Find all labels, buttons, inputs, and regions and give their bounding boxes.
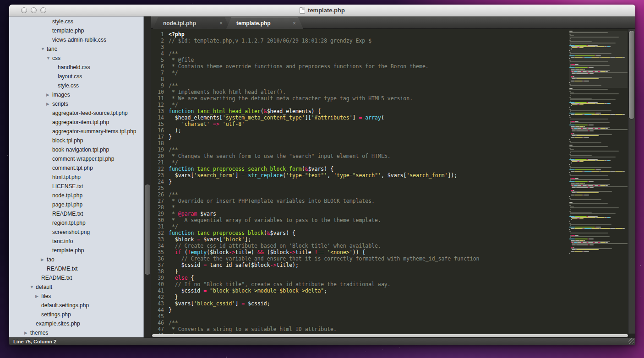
sidebar-file-template.php[interactable]: template.php — [9, 246, 143, 255]
sidebar-folder-files[interactable]: ▶files — [9, 292, 143, 301]
line-text: // Create the variable and ensure that i… — [166, 255, 480, 262]
disclosure-closed-icon[interactable]: ▶ — [46, 92, 52, 97]
sidebar-scrollbar-track[interactable] — [143, 16, 151, 337]
window-titlebar[interactable]: template.php — [9, 5, 635, 16]
code-line-29: 29 * @param $vars — [151, 211, 635, 217]
tree-item-label: style.css — [58, 82, 79, 89]
line-number: 41 — [151, 287, 166, 294]
code-line-22: 22function tanc_preprocess_search_block_… — [151, 166, 635, 172]
code-line-15: 15 'charset' => 'utf-8' — [151, 121, 635, 127]
line-number: 46 — [151, 320, 166, 326]
line-text: // If no "Block title", create css id at… — [166, 281, 391, 287]
code-line-31: 31 */ — [151, 223, 635, 230]
code-line-9: 9/** — [151, 82, 635, 89]
document-icon — [300, 7, 305, 14]
sidebar-file-layout.css[interactable]: layout.css — [9, 72, 143, 81]
sidebar-file-README.txt[interactable]: README.txt — [9, 273, 143, 282]
close-window-button[interactable] — [21, 7, 27, 13]
editor-vscrollbar-thumb[interactable] — [629, 31, 634, 119]
file-tree-sidebar[interactable]: style.csstemplate.phpviews-admin-rubik.c… — [9, 16, 143, 337]
sidebar-file-example.sites.php[interactable]: example.sites.php — [9, 319, 143, 328]
disclosure-open-icon[interactable]: ▼ — [46, 56, 52, 60]
minimap[interactable] — [569, 31, 628, 334]
sidebar-folder-scripts[interactable]: ▶scripts — [9, 99, 143, 108]
tree-item-label: book-navigation.tpl.php — [52, 146, 109, 153]
editor-hscrollbar-thumb[interactable] — [152, 334, 628, 337]
code-editor[interactable]: 1<?php2// $Id: template.php,v 1.1.2.7 20… — [151, 29, 635, 334]
line-text: ); — [166, 127, 181, 134]
sidebar-file-region.tpl.php[interactable]: region.tpl.php — [9, 218, 143, 228]
line-number: 26 — [151, 191, 166, 198]
minimap-line — [569, 171, 628, 172]
sidebar-folder-tanc[interactable]: ▼tanc — [9, 44, 143, 54]
resize-grip[interactable] — [628, 338, 634, 344]
tree-item-label: comment.tpl.php — [52, 165, 93, 171]
sidebar-file-page.tpl.php[interactable]: page.tpl.php — [9, 200, 143, 209]
tab-node.tpl.php[interactable]: node.tpl.php× — [153, 17, 230, 29]
sidebar-file-default.settings.php[interactable]: default.settings.php — [9, 301, 143, 310]
sidebar-file-views-admin-rubik.css[interactable]: views-admin-rubik.css — [9, 35, 143, 44]
disclosure-closed-icon[interactable]: ▶ — [35, 294, 41, 298]
disclosure-closed-icon[interactable]: ▶ — [24, 331, 30, 335]
code-line-3: 3 — [151, 44, 635, 50]
disclosure-closed-icon[interactable]: ▶ — [41, 257, 47, 262]
line-text: 'charset' => 'utf-8' — [166, 121, 245, 127]
tab-close-icon[interactable]: × — [219, 21, 223, 26]
sidebar-file-style.css[interactable]: style.css — [9, 17, 143, 26]
line-number: 28 — [151, 204, 166, 211]
line-number: 13 — [151, 108, 166, 114]
code-line-46: 46/** — [151, 320, 635, 326]
sidebar-folder-images[interactable]: ▶images — [9, 90, 143, 99]
code-line-25: 25 — [151, 185, 635, 191]
sidebar-file-comment-wrapper.tpl.php[interactable]: comment-wrapper.tpl.php — [9, 154, 143, 163]
zoom-window-button[interactable] — [40, 7, 46, 13]
line-number: 17 — [151, 134, 166, 140]
line-text: * Changes the search form to use the "se… — [166, 153, 391, 159]
code-line-35: 35 if (!empty($block->title) && ($block-… — [151, 249, 635, 255]
sidebar-file-html.tpl.php[interactable]: html.tpl.php — [9, 173, 143, 182]
sidebar-file-template.php[interactable]: template.php — [9, 26, 143, 35]
sidebar-scrollbar-thumb[interactable] — [145, 184, 150, 275]
sidebar-file-LICENSE.txt[interactable]: LICENSE.txt — [9, 182, 143, 191]
line-text: } — [166, 307, 172, 313]
disclosure-open-icon[interactable]: ▼ — [30, 285, 36, 289]
tree-item-label: template.php — [52, 247, 84, 254]
sidebar-file-README.txt[interactable]: README.txt — [9, 209, 143, 218]
sidebar-file-block.tpl.php[interactable]: block.tpl.php — [9, 136, 143, 145]
sidebar-folder-css[interactable]: ▼css — [9, 54, 143, 63]
editor-vscrollbar-track[interactable] — [628, 29, 635, 334]
disclosure-open-icon[interactable]: ▼ — [41, 47, 47, 51]
tree-item-label: tanc — [47, 46, 57, 52]
sidebar-file-node.tpl.php[interactable]: node.tpl.php — [9, 191, 143, 200]
sidebar-file-aggregator-item.tpl.php[interactable]: aggregator-item.tpl.php — [9, 118, 143, 127]
sidebar-file-settings.php[interactable]: settings.php — [9, 310, 143, 319]
sidebar-file-tanc.info[interactable]: tanc.info — [9, 237, 143, 246]
editor-hscrollbar-track[interactable] — [151, 334, 635, 337]
line-number: 15 — [151, 121, 166, 127]
sidebar-file-comment.tpl.php[interactable]: comment.tpl.php — [9, 163, 143, 173]
disclosure-closed-icon[interactable]: ▶ — [46, 102, 52, 106]
sidebar-folder-themes[interactable]: ▶themes — [9, 328, 143, 337]
tree-item-label: settings.php — [41, 311, 71, 318]
sidebar-folder-tao[interactable]: ▶tao — [9, 255, 143, 264]
line-text: * We are overwriting the default meta ch… — [166, 95, 413, 102]
sidebar-file-style.css[interactable]: style.css — [9, 81, 143, 90]
line-text: * — [166, 204, 175, 211]
line-text: function tanc_preprocess_block(&$vars) { — [166, 230, 295, 236]
sidebar-file-book-navigation.tpl.php[interactable]: book-navigation.tpl.php — [9, 145, 143, 154]
code-line-40: 40 // If no "Block title", create css id… — [151, 281, 635, 287]
sidebar-folder-default[interactable]: ▼default — [9, 282, 143, 292]
sidebar-file-screenshot.png[interactable]: screenshot.png — [9, 228, 143, 237]
minimize-window-button[interactable] — [31, 7, 37, 13]
tab-template.php[interactable]: template.php× — [226, 17, 303, 29]
minimap-line — [569, 114, 628, 115]
star — [416, 345, 417, 345]
sidebar-file-handheld.css[interactable]: handheld.css — [9, 63, 143, 72]
line-text: /** — [166, 146, 178, 153]
tab-close-icon[interactable]: × — [293, 21, 296, 26]
line-number: 10 — [151, 89, 166, 95]
code-line-30: 30 * A sequential array of variables to … — [151, 217, 635, 223]
sidebar-file-README.txt[interactable]: README.txt — [9, 264, 143, 273]
sidebar-file-aggregator-summary-items.tpl.php[interactable]: aggregator-summary-items.tpl.php — [9, 127, 143, 136]
sidebar-file-aggregator-feed-source.tpl.php[interactable]: aggregator-feed-source.tpl.php — [9, 108, 143, 118]
